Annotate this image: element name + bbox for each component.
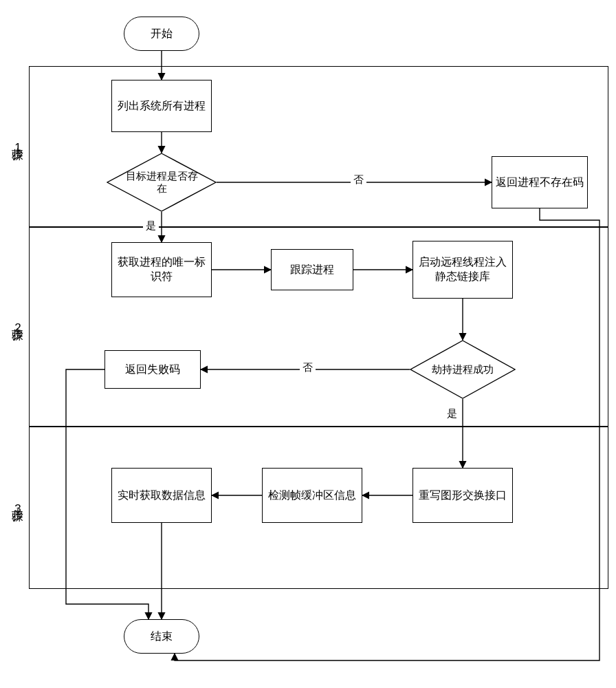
edge-label-yes-2: 是: [444, 407, 460, 420]
lane-1-label: 步骤1: [7, 66, 30, 227]
fail-code-text: 返回失败码: [125, 363, 180, 377]
decision-target-exists: 目标进程是否存在: [107, 153, 217, 212]
process-list-proc: 列出系统所有进程: [111, 80, 212, 132]
list-proc-text: 列出系统所有进程: [118, 99, 206, 114]
terminator-end: 结束: [124, 619, 199, 654]
process-inject-lib: 启动远程线程注入静态链接库: [412, 241, 513, 299]
get-data-text: 实时获取数据信息: [118, 488, 206, 503]
process-no-proc-code: 返回进程不存在码: [492, 156, 588, 208]
process-trace: 跟踪进程: [271, 249, 353, 290]
edge-label-no-1: 否: [351, 173, 366, 186]
lane-3-label: 步骤3: [7, 427, 30, 589]
process-fail-code: 返回失败码: [104, 350, 201, 389]
lane-2-label: 步骤2: [7, 227, 30, 427]
process-rewrite-gfx: 重写图形交换接口: [412, 468, 513, 523]
check-fb-text: 检测帧缓冲区信息: [268, 488, 356, 503]
rewrite-gfx-text: 重写图形交换接口: [419, 488, 507, 503]
get-uid-text: 获取进程的唯一标识符: [115, 255, 208, 284]
edge-label-yes-1: 是: [143, 219, 159, 233]
hijack-ok-text: 劫持进程成功: [410, 340, 516, 399]
terminator-start: 开始: [124, 17, 199, 51]
start-label: 开始: [151, 27, 173, 41]
target-exists-text: 目标进程是否存在: [107, 153, 217, 212]
no-proc-code-text: 返回进程不存在码: [496, 175, 584, 190]
trace-text: 跟踪进程: [290, 263, 334, 277]
decision-hijack-ok: 劫持进程成功: [410, 340, 516, 399]
inject-text: 启动远程线程注入静态链接库: [416, 255, 509, 284]
process-get-data: 实时获取数据信息: [111, 468, 212, 523]
process-get-uid: 获取进程的唯一标识符: [111, 242, 212, 297]
process-check-fb: 检测帧缓冲区信息: [262, 468, 362, 523]
end-label: 结束: [151, 630, 173, 644]
edge-label-no-2: 否: [300, 361, 316, 374]
flowchart-canvas: 步骤1 步骤2 步骤3 开始 列出系统所有进程 目标进程是否存在 返回进程不存在…: [0, 0, 616, 688]
